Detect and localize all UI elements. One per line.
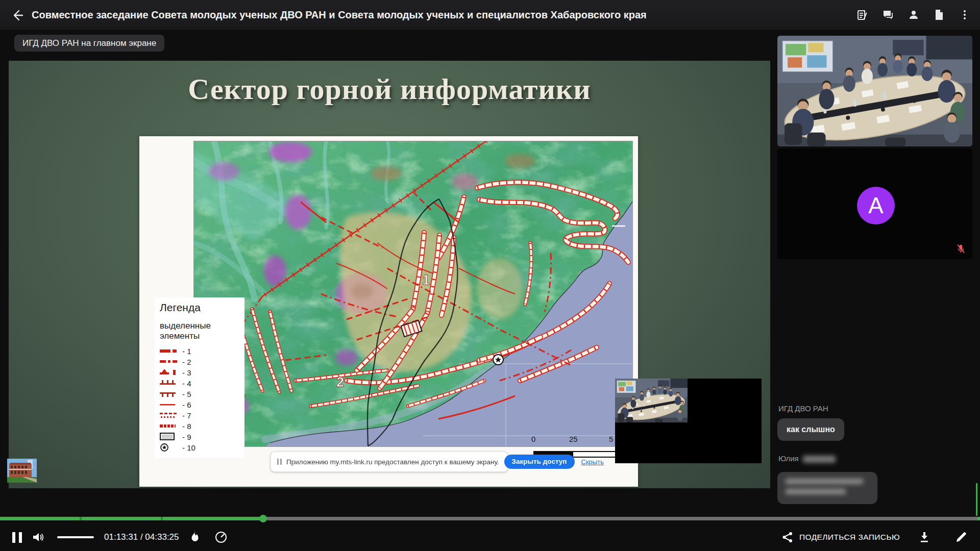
meeting-title: Совместное заседание Совета молодых учен… [32, 0, 647, 30]
blurred-surname [803, 456, 836, 463]
legend-symbol-3 [160, 368, 178, 377]
share-icon [782, 532, 793, 543]
progress-played [0, 517, 263, 520]
map-legend: Легенда выделенные элементы - 1 - 2 - 3 … [155, 297, 244, 458]
map-zone-label-1: 1 [422, 272, 430, 288]
relief-map: .rl{stroke:#d7271d;fill:none} .s3{stroke… [193, 141, 633, 447]
scale-label-0: 0 [531, 435, 535, 443]
chat-icon[interactable] [882, 9, 894, 21]
notes-icon[interactable] [856, 9, 869, 21]
avatar: A [857, 187, 895, 224]
volume-icon[interactable] [31, 523, 46, 551]
legend-item: - 8 [160, 421, 241, 432]
pause-button[interactable] [9, 523, 24, 551]
blurred-text-line [786, 489, 846, 494]
volume-slider[interactable] [57, 536, 94, 538]
map-zone-label-2: 2 [336, 374, 344, 390]
share-label: ПОДЕЛИТЬСЯ ЗАПИСЬЮ [799, 533, 900, 542]
playback-time: 01:13:31 / 04:33:25 [104, 523, 179, 551]
participants-icon[interactable] [908, 9, 920, 21]
legend-item: - 3 [160, 367, 241, 378]
screen-share-notice: Приложению my.mts-link.ru предоставлен д… [271, 452, 508, 472]
legend-symbol-4 [160, 379, 178, 387]
pip-overlay[interactable] [615, 379, 762, 463]
share-indicator-icon [277, 459, 282, 465]
legend-symbol-10 [160, 443, 178, 452]
scale-segment-white [573, 451, 617, 458]
legend-symbol-5 [160, 390, 178, 398]
close-access-button[interactable]: Закрыть доступ [504, 455, 575, 469]
timeline-marker [161, 517, 163, 520]
legend-item: - 6 [160, 399, 241, 410]
chat-sender: ИГД ДВО РАН [778, 404, 828, 413]
star-marker [493, 355, 503, 365]
pip-room-video [615, 379, 688, 422]
chat-message: как слышно [777, 418, 844, 441]
slide-title: Сектор горной информатики [9, 72, 770, 106]
legend-item: - 10 [160, 442, 241, 453]
top-bar: Совместное заседание Совета молодых учен… [0, 0, 980, 30]
chat-message-blurred [777, 472, 877, 504]
legend-item: - 1 [160, 346, 241, 357]
scale-label-50: 5 [609, 435, 613, 443]
main-screen-chip: ИГД ДВО РАН на главном экране [14, 35, 164, 52]
blurred-text-line [786, 479, 863, 484]
map-page: .rl{stroke:#d7271d;fill:none} .s3{stroke… [139, 136, 638, 487]
legend-symbol-9 [160, 432, 178, 441]
back-icon[interactable] [10, 8, 24, 22]
legend-item: - 5 [160, 389, 241, 399]
legend-symbol-7 [160, 411, 178, 419]
legend-title: Легенда [160, 302, 241, 314]
video-tile-participant[interactable]: A [777, 148, 972, 259]
player-controls: 01:13:31 / 04:33:25 ПОДЕЛИТЬСЯ ЗАПИСЬЮ [0, 523, 980, 551]
institute-building-photo [7, 459, 37, 483]
video-tile-room[interactable] [777, 36, 972, 146]
legend-symbol-8 [160, 422, 178, 430]
hide-link[interactable]: Скрыть [581, 458, 604, 466]
legend-item: - 4 [160, 378, 241, 389]
chat-scrollbar[interactable] [976, 483, 977, 516]
legend-item: - 7 [160, 410, 241, 421]
scale-label-25: 25 [569, 435, 578, 443]
speedometer-icon[interactable] [212, 523, 230, 551]
legend-item: - 9 [160, 432, 241, 442]
legend-subtitle: выделенные элементы [160, 321, 221, 342]
legend-symbol-1 [160, 347, 178, 355]
edit-button[interactable] [953, 523, 969, 551]
share-notice-text: Приложению my.mts-link.ru предоставлен д… [286, 458, 499, 466]
chat-sender: Юлия [778, 454, 836, 463]
progress-bar[interactable] [0, 517, 980, 520]
mic-off-icon [956, 244, 966, 254]
share-recording-button[interactable]: ПОДЕЛИТЬСЯ ЗАПИСЬЮ [782, 523, 900, 551]
flame-icon[interactable] [187, 523, 202, 551]
top-bar-actions [856, 0, 971, 30]
progress-end-marker [977, 517, 980, 520]
more-icon[interactable] [959, 9, 971, 21]
progress-playhead[interactable] [259, 515, 267, 522]
timeline-marker [80, 517, 82, 520]
legend-symbol-2 [160, 358, 178, 366]
legend-symbol-6 [160, 400, 178, 409]
download-button[interactable] [917, 523, 932, 551]
legend-item: - 2 [160, 357, 241, 367]
document-icon[interactable] [933, 9, 945, 21]
